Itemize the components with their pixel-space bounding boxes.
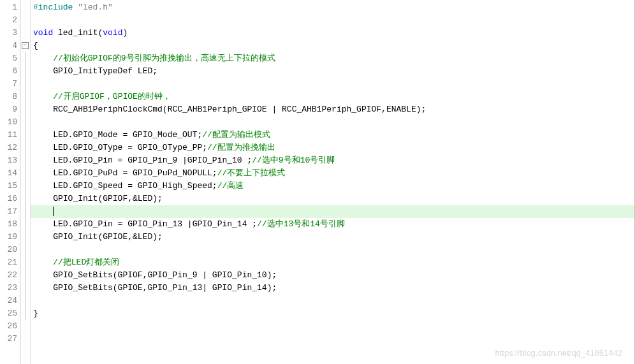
token-normal (33, 207, 53, 216)
token-normal: RCC_AHB1PeriphClockCmd(RCC_AHB1Periph_GP… (33, 105, 426, 114)
line-number: 27 (5, 333, 17, 346)
line-number: 9 (5, 103, 17, 116)
token-comment: //开启GPIOF，GPIOE的时钟， (53, 92, 171, 101)
token-normal: led_init( (53, 28, 103, 38)
code-line[interactable]: //把LED灯都关闭 (33, 256, 632, 269)
code-line[interactable]: GPIO_SetBits(GPIOF,GPIO_Pin_9 | GPIO_Pin… (33, 269, 632, 282)
token-normal: GPIO_SetBits(GPIOE,GPIO_Pin_13| GPIO_Pin… (33, 283, 277, 293)
code-line[interactable]: //初始化GPIOF的9号引脚为推挽输出，高速无上下拉的模式 (33, 52, 632, 65)
line-number: 12 (5, 142, 17, 154)
line-number: 18 (5, 218, 17, 231)
line-number: 23 (5, 282, 17, 295)
line-number: 2 (5, 14, 17, 27)
line-number: 25 (5, 307, 17, 320)
token-comment: //配置为推挽输出 (207, 143, 275, 152)
token-normal: LED.GPIO_Pin = GPIO_Pin_13 |GPIO_Pin_14 … (33, 219, 257, 229)
fold-guide-line (25, 52, 26, 320)
code-line[interactable]: GPIO_InitTypeDef LED; (33, 65, 632, 78)
token-normal: ) (122, 28, 128, 38)
line-number: 17 (5, 205, 17, 218)
token-normal: LED.GPIO_OType = GPIO_OType_PP; (33, 143, 207, 152)
line-number-gutter: 1234567891011121314151617181920212223242… (0, 0, 20, 364)
code-line[interactable]: LED.GPIO_Mode = GPIO_Mode_OUT;//配置为输出模式 (33, 129, 632, 142)
line-number: 8 (5, 91, 17, 103)
token-string: "led.h" (78, 3, 113, 12)
line-number: 26 (5, 320, 17, 333)
code-line[interactable]: RCC_AHB1PeriphClockCmd(RCC_AHB1Periph_GP… (33, 103, 632, 116)
line-number: 16 (5, 193, 17, 205)
fold-column: − (20, 0, 31, 364)
line-number: 10 (5, 116, 17, 129)
token-normal (33, 92, 53, 101)
token-comment: //初始化GPIOF的9号引脚为推挽输出，高速无上下拉的模式 (53, 54, 275, 63)
code-editor: 1234567891011121314151617181920212223242… (0, 0, 635, 364)
token-normal: LED.GPIO_Pin = GPIO_Pin_9 |GPIO_Pin_10 ; (33, 156, 252, 165)
code-line[interactable] (33, 14, 632, 27)
current-line-highlight (31, 205, 634, 218)
code-line[interactable]: GPIO_Init(GPIOE,&LED); (33, 231, 632, 244)
token-comment: //把LED灯都关闭 (53, 258, 119, 267)
line-number: 13 (5, 154, 17, 167)
code-area[interactable]: #include "led.h" void led_init(void){ //… (31, 0, 634, 364)
fold-toggle-icon[interactable]: − (22, 42, 29, 49)
token-keyword: void (103, 28, 122, 38)
code-line[interactable] (33, 244, 632, 256)
line-number: 3 (5, 27, 17, 40)
token-normal: { (33, 41, 38, 50)
line-number: 7 (5, 78, 17, 91)
code-line[interactable] (33, 116, 632, 129)
code-line[interactable]: #include "led.h" (33, 1, 632, 14)
token-normal: GPIO_SetBits(GPIOF,GPIO_Pin_9 | GPIO_Pin… (33, 270, 277, 280)
code-line[interactable]: } (33, 307, 632, 320)
line-number: 21 (5, 256, 17, 269)
watermark-text: https://blog.csdn.net/qq_41861442 (495, 348, 623, 358)
line-number: 19 (5, 231, 17, 244)
token-normal: LED.GPIO_Mode = GPIO_Mode_OUT; (33, 130, 202, 140)
text-cursor (53, 207, 54, 216)
line-number: 20 (5, 244, 17, 256)
token-preprocessor: #include (33, 3, 78, 12)
token-comment: //不要上下拉模式 (217, 168, 286, 178)
code-line[interactable]: //开启GPIOF，GPIOE的时钟， (33, 91, 632, 103)
code-line[interactable]: LED.GPIO_Speed = GPIO_High_Speed;//高速 (33, 180, 632, 193)
code-line[interactable] (33, 320, 632, 333)
code-line[interactable]: LED.GPIO_PuPd = GPIO_PuPd_NOPULL;//不要上下拉… (33, 167, 632, 180)
token-normal (33, 258, 53, 267)
code-line[interactable] (33, 333, 632, 346)
token-normal: GPIO_InitTypeDef LED; (33, 66, 157, 76)
token-normal: GPIO_Init(GPIOF,&LED); (33, 194, 163, 203)
line-number: 11 (5, 129, 17, 142)
code-line[interactable] (33, 78, 632, 91)
code-line[interactable]: LED.GPIO_OType = GPIO_OType_PP;//配置为推挽输出 (33, 142, 632, 154)
code-line[interactable]: LED.GPIO_Pin = GPIO_Pin_9 |GPIO_Pin_10 ;… (33, 154, 632, 167)
code-line[interactable]: LED.GPIO_Pin = GPIO_Pin_13 |GPIO_Pin_14 … (33, 218, 632, 231)
code-line[interactable] (33, 295, 632, 307)
token-keyword: void (33, 28, 53, 38)
line-number: 6 (5, 65, 17, 78)
token-normal: LED.GPIO_PuPd = GPIO_PuPd_NOPULL; (33, 168, 217, 178)
token-normal: } (33, 309, 38, 318)
token-comment: //配置为输出模式 (202, 130, 270, 140)
token-comment: //选中9号和10号引脚 (252, 156, 335, 165)
token-normal: GPIO_Init(GPIOE,&LED); (33, 232, 163, 242)
line-number: 5 (5, 52, 17, 65)
token-comment: //选中13号和14号引脚 (257, 219, 345, 229)
code-line[interactable]: { (33, 40, 632, 52)
line-number: 22 (5, 269, 17, 282)
line-number: 15 (5, 180, 17, 193)
line-number: 1 (5, 1, 17, 14)
token-normal: LED.GPIO_Speed = GPIO_High_Speed; (33, 181, 217, 191)
line-number: 4 (5, 40, 17, 52)
token-comment: //高速 (217, 181, 244, 191)
code-line[interactable]: GPIO_SetBits(GPIOE,GPIO_Pin_13| GPIO_Pin… (33, 282, 632, 295)
line-number: 14 (5, 167, 17, 180)
line-number: 24 (5, 295, 17, 307)
token-normal (33, 54, 53, 63)
code-line[interactable]: GPIO_Init(GPIOF,&LED); (33, 193, 632, 205)
code-line[interactable]: void led_init(void) (33, 27, 632, 40)
